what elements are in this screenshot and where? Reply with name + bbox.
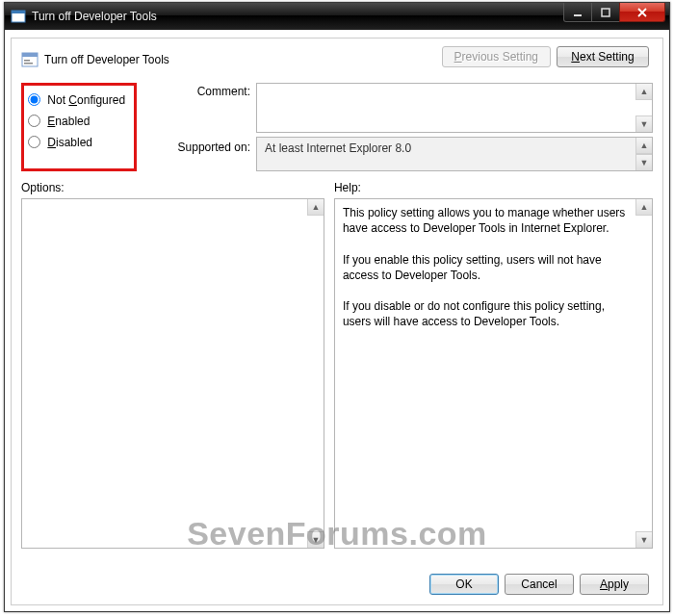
radio-enabled-input[interactable]	[28, 115, 40, 127]
dialog-window: Turn off Developer Tools Turn off Develo…	[4, 2, 670, 612]
policy-icon	[21, 51, 39, 68]
lower-section: Options: ▲ ▼ Help: This policy setting a…	[21, 181, 653, 549]
radio-disabled[interactable]: Disabled	[28, 136, 128, 149]
window-title: Turn off Developer Tools	[32, 10, 157, 23]
scroll-up-icon[interactable]: ▲	[635, 138, 652, 154]
help-paragraph: If you enable this policy setting, users…	[343, 252, 631, 283]
svg-rect-6	[24, 60, 30, 62]
comment-label: Comment:	[164, 83, 250, 137]
previous-setting-button[interactable]: Previous Setting	[442, 46, 551, 67]
options-label: Options:	[21, 181, 324, 194]
help-paragraph: If you disable or do not configure this …	[343, 298, 631, 329]
help-panel: This policy setting allows you to manage…	[334, 198, 653, 549]
scroll-up-icon[interactable]: ▲	[635, 84, 652, 100]
close-button[interactable]	[619, 3, 665, 22]
supported-on-text: At least Internet Explorer 8.0	[265, 141, 411, 155]
comment-input[interactable]: ▲ ▼	[256, 83, 653, 133]
client-area: Turn off Developer Tools Previous Settin…	[11, 38, 663, 605]
app-icon	[11, 9, 26, 24]
next-setting-button[interactable]: Next Setting	[557, 46, 649, 67]
supported-label: Supported on:	[164, 137, 250, 154]
radio-not-configured[interactable]: Not Configured	[28, 93, 128, 107]
ok-button[interactable]: OK	[429, 574, 499, 595]
cancel-button[interactable]: Cancel	[505, 574, 574, 595]
upper-section: Not Configured Enabled Disabled Comment:…	[21, 83, 653, 171]
apply-button[interactable]: Apply	[580, 574, 649, 595]
svg-rect-7	[24, 63, 33, 64]
svg-rect-3	[602, 9, 609, 16]
state-radio-group: Not Configured Enabled Disabled	[21, 83, 137, 171]
scroll-up-icon[interactable]: ▲	[307, 199, 324, 216]
scroll-down-icon[interactable]: ▼	[635, 531, 652, 548]
scroll-up-icon[interactable]: ▲	[635, 199, 652, 216]
scroll-down-icon[interactable]: ▼	[307, 531, 324, 548]
svg-rect-1	[12, 11, 25, 13]
help-label: Help:	[334, 181, 653, 194]
options-panel: ▲ ▼	[21, 198, 324, 549]
field-inputs: ▲ ▼ At least Internet Explorer 8.0 ▲ ▼	[256, 83, 653, 171]
minimize-button[interactable]	[563, 3, 592, 22]
radio-not-configured-input[interactable]	[28, 93, 40, 106]
policy-title: Turn off Developer Tools	[44, 53, 169, 66]
titlebar: Turn off Developer Tools	[5, 3, 669, 30]
field-labels: Comment: Supported on:	[164, 83, 250, 171]
dialog-buttons: OK Cancel Apply	[429, 574, 649, 595]
supported-on-field: At least Internet Explorer 8.0 ▲ ▼	[256, 137, 653, 171]
radio-enabled[interactable]: Enabled	[28, 115, 128, 128]
help-paragraph: This policy setting allows you to manage…	[343, 205, 631, 236]
scroll-down-icon[interactable]: ▼	[635, 116, 652, 132]
policy-header: Turn off Developer Tools Previous Settin…	[21, 46, 653, 73]
maximize-button[interactable]	[591, 3, 620, 22]
window-controls	[563, 3, 665, 22]
svg-rect-2	[574, 14, 582, 16]
scroll-down-icon[interactable]: ▼	[635, 154, 652, 170]
svg-rect-5	[22, 53, 38, 57]
radio-disabled-input[interactable]	[28, 136, 40, 148]
